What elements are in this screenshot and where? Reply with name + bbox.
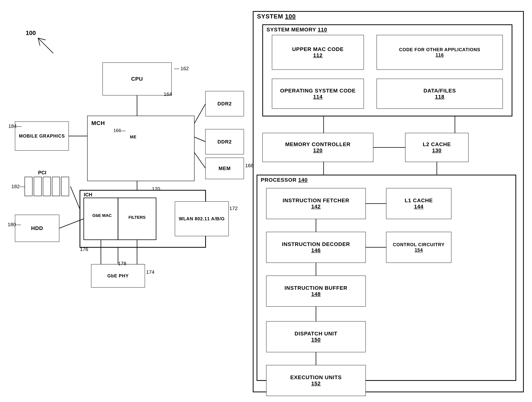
instruction-buffer-box: INSTRUCTION BUFFER 148 <box>266 276 366 306</box>
svg-line-59 <box>38 38 40 46</box>
system-ref-label: 100 <box>26 30 36 37</box>
other-apps-box: CODE FOR OTHER APPLICATIONS 116 <box>377 35 502 69</box>
me-ref: 166— <box>114 128 126 133</box>
mch-box: MCH <box>88 116 194 181</box>
hdd-ref: 180— <box>8 222 21 227</box>
diagram-container: SYSTEM 100 SYSTEM MEMORY 110 UPPER MAC C… <box>0 0 532 402</box>
svg-rect-41 <box>43 177 51 196</box>
mem-ref: 168 <box>245 163 253 169</box>
l2-cache-box: L2 CACHE 130 <box>405 133 468 162</box>
ddr2-top-ref: 164 <box>164 91 172 97</box>
svg-rect-42 <box>52 177 60 196</box>
svg-line-34 <box>194 104 206 124</box>
pci-ref: 182— <box>11 184 25 189</box>
svg-line-52 <box>59 219 84 228</box>
processor-title: PROCESSOR 140 <box>261 177 308 183</box>
memory-controller-box: MEMORY CONTROLLER 120 <box>263 133 373 162</box>
execution-units-box: EXECUTION UNITS 152 <box>266 365 366 396</box>
cpu-box: CPU <box>103 63 171 95</box>
mobile-graphics-box: MOBILE GRAPHICS <box>15 122 69 150</box>
ref-176: 176 <box>80 246 88 252</box>
ref-178: 178 <box>118 261 126 267</box>
svg-rect-45 <box>84 198 118 240</box>
svg-line-60 <box>38 38 46 40</box>
ddr2-top-box: DDR2 <box>206 91 244 116</box>
mem-box: MEM <box>206 158 244 179</box>
instruction-fetcher-box: INSTRUCTION FETCHER 142 <box>266 188 366 219</box>
instruction-decoder-box: INSTRUCTION DECODER 146 <box>266 232 366 263</box>
cpu-ref: — 162 <box>174 66 189 72</box>
svg-rect-39 <box>25 177 32 196</box>
svg-line-35 <box>194 137 206 142</box>
svg-line-48 <box>70 186 80 209</box>
mobile-graphics-ref: 184— <box>8 123 21 129</box>
os-code-box: OPERATING SYSTEM CODE 114 <box>272 79 364 108</box>
wlan-box: WLAN 802.11 A/B/G <box>175 202 228 236</box>
dispatch-unit-box: DISPATCH UNIT 150 <box>266 321 366 352</box>
gbe-phy-box: GbE PHY <box>91 264 145 287</box>
wlan-ref: 172 <box>229 206 238 211</box>
svg-line-36 <box>194 152 206 168</box>
data-files-box: DATA/FILES 118 <box>377 79 502 108</box>
control-circuitry-box: CONTROL CIRCUITRY 154 <box>386 232 451 263</box>
pci-label: PCI <box>38 170 46 176</box>
gbe-mac-label: GbE MAC <box>86 213 118 218</box>
svg-line-58 <box>38 38 53 53</box>
l1-cache-box: L1 CACHE 144 <box>386 188 451 219</box>
ddr2-bot-box: DDR2 <box>206 129 244 154</box>
hdd-box: HDD <box>15 215 59 242</box>
filters-label: FILTERS <box>120 215 154 220</box>
svg-rect-43 <box>61 177 69 196</box>
ich-label: ICH <box>84 192 92 198</box>
ich-ref: 170 <box>152 186 160 192</box>
gbe-phy-ref: 174 <box>146 269 154 275</box>
system-memory-title: SYSTEM MEMORY 110 <box>266 27 327 33</box>
upper-mac-code-box: UPPER MAC CODE 112 <box>272 35 364 69</box>
svg-rect-40 <box>34 177 42 196</box>
system-title: SYSTEM 100 <box>257 13 296 20</box>
